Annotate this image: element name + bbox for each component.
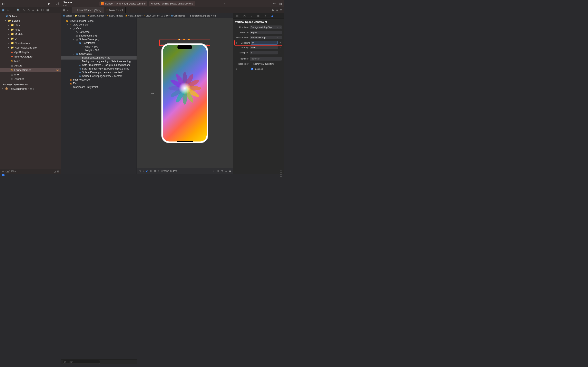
- debug-navigator-icon[interactable]: ⎈: [32, 8, 34, 12]
- outline-constraint[interactable]: ↔width = 300: [61, 45, 137, 49]
- installed-checkbox[interactable]: ✓: [251, 68, 253, 70]
- test-navigator-icon[interactable]: ◇: [27, 8, 30, 12]
- disclosure-icon[interactable]: ▾: [4, 20, 7, 22]
- file-inspector-icon[interactable]: ▤: [236, 14, 238, 17]
- multiplier-stepper[interactable]: ▲▼: [279, 51, 282, 54]
- appearance-icon[interactable]: ◐: [146, 170, 148, 173]
- add-file-icon[interactable]: ＋: [2, 170, 4, 173]
- tree-package[interactable]: ▸📦TinyConstraints 4.0.2: [0, 86, 61, 91]
- tree-folder[interactable]: ▸📁Coordinators: [0, 41, 61, 45]
- device-preview[interactable]: [161, 43, 208, 143]
- debug-panel-icon[interactable]: ▢: [280, 174, 282, 177]
- report-navigator-icon[interactable]: ☐: [41, 8, 44, 12]
- tree-file[interactable]: ≡.swiftlint: [0, 77, 61, 81]
- outline-constraints-group[interactable]: ▾▣Constraints: [61, 52, 137, 56]
- pin-icon[interactable]: ⊞: [221, 170, 223, 173]
- tree-file[interactable]: ✕Main: [0, 59, 61, 63]
- branch-icon[interactable]: ⎇: [56, 2, 59, 5]
- relation-dropdown[interactable]: Equal⌄: [250, 31, 282, 34]
- outline-safe-area[interactable]: ▢Safe Area: [61, 30, 137, 34]
- sidebar-toggle-icon[interactable]: ◧: [2, 2, 5, 5]
- add-variation-icon[interactable]: ＋: [235, 67, 238, 71]
- minimap-icon[interactable]: ⇆: [272, 8, 274, 12]
- interface-builder-canvas[interactable]: →: [137, 18, 233, 168]
- scope-filter-icon[interactable]: ⊞: [57, 170, 60, 173]
- jump-bar[interactable]: ▣ Solace› 📁 Solace› ✕ Laun…Screen› ✕ Lau…: [61, 13, 233, 18]
- find-navigator-icon[interactable]: 🔍: [17, 8, 20, 12]
- zoom-fit-icon[interactable]: ⤢: [213, 170, 215, 173]
- outline-constraint[interactable]: ⊣Safe Area.trailing = Background.png.tra…: [61, 67, 137, 71]
- outline-first-responder[interactable]: ▣First Responder: [61, 78, 137, 82]
- add-editor-icon[interactable]: ⊞: [280, 8, 282, 12]
- tree-folder[interactable]: ▸📁Files: [0, 27, 61, 32]
- first-item-dropdown[interactable]: Background.Png.Top⊙⌄: [250, 25, 282, 29]
- run-button[interactable]: ▶: [47, 2, 51, 5]
- tree-group[interactable]: ▾ 📁 Solace: [0, 18, 61, 23]
- outline-background[interactable]: ▧Background.png: [61, 34, 137, 38]
- outline-vc[interactable]: ▾○View Controller: [61, 23, 137, 26]
- library-icon[interactable]: ▭: [273, 2, 276, 5]
- device-label[interactable]: iPhone 14 Pro: [162, 170, 177, 173]
- outline-constraint[interactable]: ↕height = 300: [61, 49, 137, 52]
- debug-view-icon[interactable]: [2, 174, 4, 176]
- attributes-inspector-icon[interactable]: ≡: [265, 14, 266, 17]
- navigator-filter-input[interactable]: [11, 170, 52, 173]
- tree-folder[interactable]: ▸📁Models: [0, 32, 61, 36]
- back-icon[interactable]: ‹: [67, 8, 68, 12]
- outline-exit[interactable]: ▣Exit: [61, 82, 137, 85]
- history-inspector-icon[interactable]: ◷: [243, 14, 246, 17]
- outline-view[interactable]: ▾▢View: [61, 26, 137, 30]
- tree-file[interactable]: ▦Assets: [0, 63, 61, 68]
- identifier-field[interactable]: Identifier: [250, 57, 282, 60]
- entry-arrow-icon[interactable]: →: [150, 90, 155, 96]
- recent-filter-icon[interactable]: ◷: [54, 170, 56, 173]
- project-title[interactable]: Solace: [63, 1, 72, 4]
- tree-file[interactable]: ◆SceneDelegate: [0, 54, 61, 59]
- resolve-icon[interactable]: △: [225, 170, 227, 173]
- outline-constraint[interactable]: ⫠Safe Area.bottom = Background.png.botto…: [61, 63, 137, 67]
- inspector-panel-icon[interactable]: ▢: [280, 170, 282, 173]
- doc-navigator-icon[interactable]: ▤: [46, 8, 49, 12]
- size-inspector-icon[interactable]: ◢: [271, 14, 273, 17]
- tree-folder[interactable]: ▸📁UI: [0, 36, 61, 41]
- constant-field[interactable]: 0⌄: [251, 41, 278, 45]
- tree-file[interactable]: ▤Info: [0, 72, 61, 77]
- help-inspector-icon[interactable]: ?: [251, 14, 252, 17]
- tree-root[interactable]: ▾ ▣ Solace: [0, 14, 61, 18]
- add-constant-icon[interactable]: ＋: [235, 42, 238, 44]
- outline-flower[interactable]: ▾▧Solace Flower.png: [61, 38, 137, 41]
- tree-folder[interactable]: ▸📁Utils: [0, 23, 61, 27]
- related-items-icon[interactable]: ▦: [63, 8, 65, 12]
- device-icon[interactable]: ▯: [158, 170, 159, 173]
- disclosure-icon[interactable]: ▾: [2, 15, 4, 17]
- breakpoint-navigator-icon[interactable]: ◈: [36, 8, 39, 12]
- outline-entry-point[interactable]: →Storyboard Entry Point: [61, 85, 137, 89]
- orientation-icon[interactable]: ▯: [150, 170, 152, 173]
- layout-icon[interactable]: ▥: [154, 170, 156, 173]
- connections-inspector-icon[interactable]: →: [278, 14, 281, 17]
- add-icon[interactable]: ＋: [223, 2, 226, 5]
- project-navigator-icon[interactable]: ▦: [2, 8, 4, 12]
- symbol-navigator-icon[interactable]: ☰: [11, 8, 14, 12]
- constant-stepper[interactable]: ▲▼: [279, 42, 282, 44]
- outline-scene[interactable]: ▾▣View Controller Scene: [61, 19, 137, 23]
- placeholder-checkbox[interactable]: [250, 63, 252, 65]
- outline-constraint[interactable]: ⊕Solace Flower.png.centerY = centerY: [61, 74, 137, 78]
- multiplier-field[interactable]: 1⌄: [250, 51, 278, 54]
- outline-constraint[interactable]: ⊢Background.png.leading = Safe Area.lead…: [61, 59, 137, 63]
- align-icon[interactable]: ▤: [217, 170, 219, 173]
- tab-launchscreen[interactable]: ✕ LaunchScreen (Base): [72, 7, 104, 13]
- tree-file[interactable]: ◆AppDelegate: [0, 50, 61, 54]
- outline-constraints-group[interactable]: ▾▣Constraints: [61, 41, 137, 45]
- tree-file-selected[interactable]: ✕LaunchScreenM: [0, 68, 61, 72]
- identity-inspector-icon[interactable]: ▦: [257, 14, 259, 17]
- scm-filter-icon[interactable]: ⇆: [6, 170, 10, 173]
- second-item-dropdown[interactable]: Superview.Top⊙⌄: [250, 36, 282, 39]
- outline-constraint[interactable]: ⊕Solace Flower.png.centerX = centerX: [61, 71, 137, 74]
- tab-main[interactable]: ✕ Main (Base): [104, 7, 125, 13]
- adjust-editor-icon[interactable]: ≡: [276, 8, 278, 12]
- inspector-toggle-icon[interactable]: ◨: [279, 2, 282, 5]
- help-icon[interactable]: ?: [143, 170, 144, 173]
- priority-field[interactable]: 1000⌄: [250, 46, 278, 49]
- outline-constraint-selected[interactable]: ⫠Background.png.top = top: [61, 56, 137, 59]
